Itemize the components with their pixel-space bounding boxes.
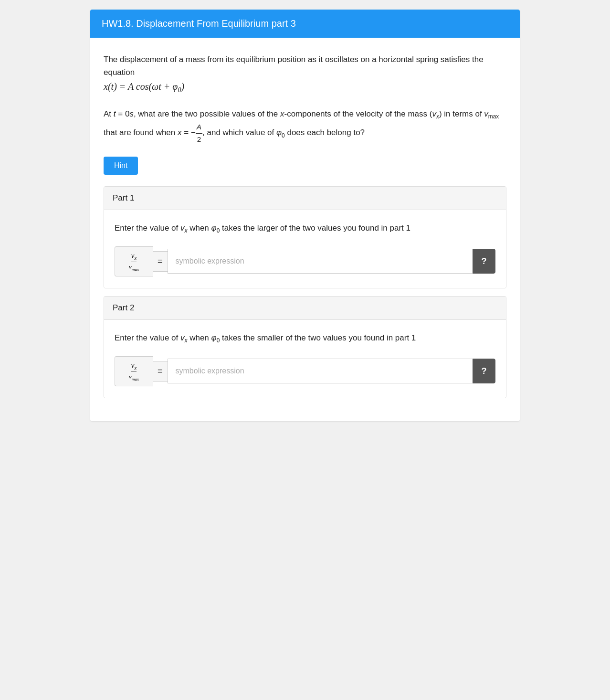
part-2-help-button[interactable]: ? (473, 359, 495, 383)
page-header: HW1.8. Displacement From Equilibrium par… (90, 10, 520, 38)
part-1-help-button[interactable]: ? (473, 249, 495, 274)
page-title: HW1.8. Displacement From Equilibrium par… (102, 18, 296, 29)
part-2-section: Part 2 Enter the value of vx when φ0 tak… (104, 296, 506, 398)
part-1-fraction-denominator: vmax (129, 263, 139, 272)
equation-display: x(t) = A cos(ωt + φ0) (104, 81, 184, 92)
part-1-fraction-numerator: vx (131, 252, 137, 262)
part-2-input[interactable] (168, 359, 473, 383)
problem-question: At t = 0s, what are the two possible val… (104, 107, 506, 145)
part-1-body: Enter the value of vx when φ0 takes the … (104, 210, 506, 288)
part-1-question: Enter the value of vx when φ0 takes the … (115, 222, 495, 235)
part-2-fraction-numerator: vx (131, 361, 137, 372)
part-2-fraction-label: vx vmax (115, 356, 153, 387)
part-1-fraction-label: vx vmax (115, 246, 153, 277)
part-1-input-row: vx vmax = ? (115, 246, 495, 277)
part-2-equals: = (153, 361, 168, 382)
problem-intro: The displacement of a mass from its equi… (104, 55, 484, 77)
part-2-body: Enter the value of vx when φ0 takes the … (104, 320, 506, 398)
part-2-header: Part 2 (104, 297, 506, 320)
part-1-section: Part 1 Enter the value of vx when φ0 tak… (104, 186, 506, 288)
page-container: HW1.8. Displacement From Equilibrium par… (90, 10, 520, 421)
hint-button[interactable]: Hint (104, 157, 138, 175)
part-2-question: Enter the value of vx when φ0 takes the … (115, 331, 495, 345)
part-2-input-row: vx vmax = ? (115, 356, 495, 387)
part-1-equals: = (153, 251, 168, 272)
part-1-header: Part 1 (104, 187, 506, 210)
problem-statement: The displacement of a mass from its equi… (104, 53, 506, 96)
part-2-fraction-denominator: vmax (129, 373, 139, 382)
part-1-input[interactable] (168, 249, 473, 274)
main-content: The displacement of a mass from its equi… (90, 38, 520, 421)
